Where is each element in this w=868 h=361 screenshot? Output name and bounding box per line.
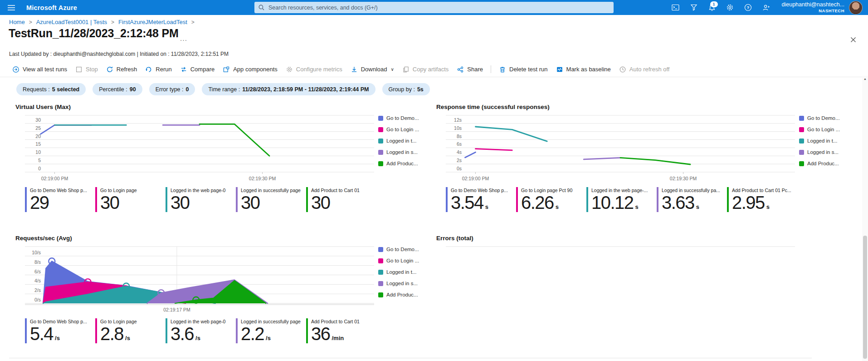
legend-item[interactable]: Go to Login ... xyxy=(799,127,840,132)
svg-text:02:19:30 PM: 02:19:30 PM xyxy=(249,176,276,181)
stat-value: 30 xyxy=(311,193,376,212)
legend-swatch xyxy=(378,150,383,155)
toolbar-button-app-components[interactable]: App components xyxy=(219,62,282,77)
toolbar-button-mark-as-baseline[interactable]: Mark as baseline xyxy=(552,62,615,77)
svg-text:2/s: 2/s xyxy=(34,287,41,293)
filter-pill-error-type[interactable]: Error type :0 xyxy=(149,83,195,95)
legend-item[interactable]: Logged in s... xyxy=(799,149,840,155)
svg-text:02:19:00 PM: 02:19:00 PM xyxy=(462,176,489,181)
stat-block: Go to Login page30 xyxy=(95,187,166,212)
stat-value: 2.2/s xyxy=(241,324,306,343)
filter-pill-time-range[interactable]: Time range :11/28/2023, 2:18:59 PM - 11/… xyxy=(202,83,375,95)
appgrid-icon xyxy=(223,66,230,73)
filter-pill-percentile[interactable]: Percentile :90 xyxy=(93,83,142,95)
legend-item[interactable]: Add Produc... xyxy=(799,161,840,166)
feedback-icon[interactable] xyxy=(757,0,775,15)
notifications-bell-icon[interactable]: 1 xyxy=(703,0,721,15)
legend-item[interactable]: Add Produc... xyxy=(378,161,419,166)
legend-item[interactable]: Add Produc... xyxy=(378,292,419,297)
legend-label: Logged in t... xyxy=(386,138,417,143)
help-icon[interactable]: ? xyxy=(739,0,757,15)
stat-unit: /s xyxy=(266,335,271,341)
filter-pill-group-by[interactable]: Group by :5s xyxy=(382,83,430,95)
stat-block: Go to Demo Web Shop p...3.54s xyxy=(446,187,516,212)
legend-swatch xyxy=(799,116,804,121)
svg-text:4/s: 4/s xyxy=(34,278,41,283)
legend-item[interactable]: Go to Demo... xyxy=(378,115,419,121)
legend-swatch xyxy=(378,161,383,166)
avatar[interactable] xyxy=(849,1,863,15)
toolbar-button-share[interactable]: Share xyxy=(453,62,487,77)
legend-item[interactable]: Go to Login ... xyxy=(378,127,419,132)
toolbar-button-delete-test-run[interactable]: Delete test run xyxy=(495,62,552,77)
filter-pill-requests[interactable]: Requests :5 selected xyxy=(16,83,86,95)
stat-value: 10.12s xyxy=(591,193,657,212)
settings-gear-icon[interactable] xyxy=(721,0,739,15)
stat-block: Logged in the web page-030 xyxy=(166,187,236,212)
breadcrumb-link[interactable]: AzureLoadTest0001 | Tests xyxy=(36,19,107,25)
search-input[interactable] xyxy=(268,4,610,11)
toolbar-button-refresh[interactable]: Refresh xyxy=(102,62,141,77)
virtual-users-stats: Go to Demo Web Shop p...29Go to Login pa… xyxy=(25,187,376,212)
legend-label: Logged in t... xyxy=(807,138,838,143)
stat-unit: s xyxy=(485,203,488,210)
user-organization: NASHTECH xyxy=(782,8,844,13)
legend-swatch xyxy=(378,138,383,143)
scrollbar-thumb[interactable] xyxy=(863,236,867,359)
global-search[interactable] xyxy=(254,2,614,13)
legend-item[interactable]: Go to Demo... xyxy=(799,115,840,121)
toolbar-divider xyxy=(491,65,491,73)
legend-item[interactable]: Go to Login ... xyxy=(378,258,419,263)
legend-item[interactable]: Logged in t... xyxy=(799,138,840,143)
virtual-users-panel: Virtual Users (Max) 30252015105002:19:00… xyxy=(15,104,437,224)
legend-item[interactable]: Go to Demo... xyxy=(378,247,419,252)
legend-item[interactable]: Logged in s... xyxy=(378,281,419,286)
top-bar: Microsoft Azure 1 ? xyxy=(0,0,868,15)
svg-text:0/s: 0/s xyxy=(34,297,41,302)
more-options-button[interactable]: … xyxy=(177,34,190,44)
toolbar-button-label: Configure metrics xyxy=(296,66,342,73)
legend-item[interactable]: Logged in t... xyxy=(378,269,419,275)
stat-unit: /s xyxy=(195,335,200,341)
response-time-panel: Response time (successful responses) 12s… xyxy=(436,104,858,224)
filter-label: Percentile : xyxy=(99,86,127,93)
account-info[interactable]: dieuphanthi@nashtech... NASHTECH xyxy=(782,1,844,13)
directory-filter-icon[interactable] xyxy=(685,0,703,15)
hamburger-menu-icon[interactable] xyxy=(0,0,23,15)
stat-block: Logged in successfully page2.2/s xyxy=(236,318,306,343)
svg-text:10/s: 10/s xyxy=(32,250,41,255)
filter-label: Group by : xyxy=(389,86,415,93)
toolbar-button-compare[interactable]: Compare xyxy=(176,62,219,77)
stat-block: Logged in the web page-...10.12s xyxy=(586,187,657,212)
stat-value: 29 xyxy=(30,193,95,212)
legend-label: Add Produc... xyxy=(386,161,418,166)
scrollbar-up-icon[interactable]: ▲ xyxy=(862,76,868,82)
filter-label: Requests : xyxy=(23,86,50,93)
stat-block: Logged in the web page-03.6/s xyxy=(166,318,236,343)
toolbar-button-rerun[interactable]: Rerun xyxy=(141,62,176,77)
svg-text:2s: 2s xyxy=(457,158,462,163)
toolbar-button-label: Mark as baseline xyxy=(566,66,611,73)
toolbar-button-view-all-test-runs[interactable]: View all test runs xyxy=(8,62,71,77)
close-icon[interactable] xyxy=(848,36,859,45)
legend-label: Go to Login ... xyxy=(386,258,419,263)
response-time-stats: Go to Demo Web Shop p...3.54sGo to Login… xyxy=(446,187,797,212)
legend-item[interactable]: Logged in t... xyxy=(378,138,419,143)
errors-panel: Errors (total) xyxy=(436,235,858,355)
breadcrumb-link[interactable]: FirstAzureJMeterLoadTest xyxy=(118,19,187,25)
toolbar-button-label: Refresh xyxy=(117,66,137,73)
stat-unit: s xyxy=(556,203,559,210)
toolbar-button-label: App components xyxy=(233,66,278,73)
breadcrumb-link[interactable]: Home xyxy=(9,19,25,25)
legend-item[interactable]: Logged in s... xyxy=(378,149,419,155)
stat-block: Logged in successfully pa...3.63s xyxy=(657,187,727,212)
toolbar-button-download[interactable]: Download∨ xyxy=(346,62,398,77)
cloud-shell-icon[interactable] xyxy=(667,0,685,15)
svg-text:12s: 12s xyxy=(454,117,462,123)
vertical-scrollbar[interactable]: ▲ xyxy=(862,76,868,361)
stat-unit: /s xyxy=(125,335,130,341)
stat-unit: s xyxy=(766,203,770,210)
filter-value: 5 selected xyxy=(52,86,79,93)
bottom-divider xyxy=(9,358,812,358)
requests-per-sec-legend: Go to Demo...Go to Login ...Logged in t.… xyxy=(378,247,419,303)
